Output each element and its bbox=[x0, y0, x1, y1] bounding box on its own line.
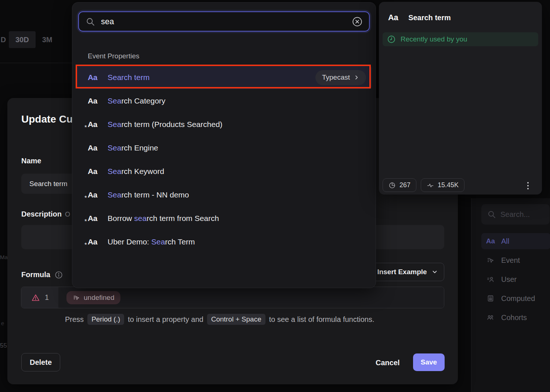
sidebar-filter-cohorts[interactable]: Cohorts bbox=[481, 309, 550, 326]
text-type-icon: Aa bbox=[486, 237, 495, 245]
property-filter-sidebar: AaAllEventUserComputedCohorts bbox=[471, 198, 550, 392]
property-result-label: Borrow search term from Search bbox=[108, 214, 219, 223]
property-result-row[interactable]: Aa*Search term - NN demo bbox=[77, 183, 372, 207]
formula-label: Formula bbox=[21, 271, 63, 279]
more-options-button[interactable] bbox=[524, 181, 532, 190]
insert-example-button[interactable]: Insert Example bbox=[371, 263, 444, 281]
property-search-input[interactable] bbox=[101, 17, 346, 26]
text-type-icon: Aa bbox=[88, 144, 99, 152]
sidebar-filter-all[interactable]: AaAll bbox=[481, 233, 550, 249]
property-result-row[interactable]: AaSearch termTypecast bbox=[77, 66, 372, 89]
custom-text-type-icon: Aa* bbox=[88, 214, 99, 223]
sidebar-filter-user[interactable]: User bbox=[481, 271, 550, 287]
description-label: DescriptionO bbox=[21, 210, 70, 218]
sidebar-filter-label: All bbox=[501, 237, 509, 246]
modal-title: Update Cu bbox=[21, 113, 73, 125]
property-result-label: Uber Demo: Search Term bbox=[108, 237, 195, 246]
time-tab[interactable]: D bbox=[0, 31, 9, 48]
event-property-icon bbox=[73, 294, 80, 301]
activity-icon bbox=[427, 182, 434, 189]
custom-text-type-icon: Aa* bbox=[88, 190, 99, 199]
stat-value: 15.45K bbox=[438, 181, 459, 189]
cohorts-icon bbox=[486, 313, 495, 322]
property-result-label: Search Engine bbox=[108, 144, 158, 152]
formula-input-area[interactable]: undefined bbox=[58, 287, 444, 308]
error-line-number: 1 bbox=[45, 293, 49, 302]
chart-text-fragment: 55 bbox=[0, 342, 7, 349]
optional-tag: O bbox=[65, 211, 70, 218]
custom-property-asterisk: * bbox=[84, 195, 87, 202]
time-range-tabs: D30D3M bbox=[0, 31, 59, 48]
formula-hint: Press Period (.) to insert a property an… bbox=[65, 314, 374, 325]
text-type-icon: Aa bbox=[388, 13, 398, 22]
property-result-row[interactable]: AaSearch Category bbox=[77, 89, 372, 113]
computed-icon bbox=[486, 294, 495, 302]
text-type-icon: Aa bbox=[88, 73, 99, 82]
sidebar-filter-label: Event bbox=[501, 256, 520, 265]
property-result-label: Search term - NN demo bbox=[108, 190, 189, 199]
activity-stat-pill[interactable]: 15.45K bbox=[421, 178, 464, 192]
kbd-control-space: Control + Space bbox=[207, 314, 265, 325]
custom-text-type-icon: Aa* bbox=[88, 237, 99, 246]
property-result-row[interactable]: AaSearch Keyword bbox=[77, 160, 372, 183]
formula-editor[interactable]: 1 undefined bbox=[21, 287, 444, 308]
property-result-label: Search Category bbox=[108, 97, 166, 105]
info-icon[interactable] bbox=[55, 271, 63, 279]
delete-button[interactable]: Delete bbox=[21, 353, 60, 371]
chevron-down-icon bbox=[431, 269, 438, 275]
sidebar-filter-label: Cohorts bbox=[501, 313, 527, 322]
user-icon bbox=[486, 275, 495, 283]
pie-chart-icon bbox=[388, 182, 396, 189]
sidebar-filter-computed[interactable]: Computed bbox=[481, 290, 550, 306]
warning-icon bbox=[32, 294, 40, 302]
property-result-row[interactable]: Aa*Borrow search term from Search bbox=[77, 207, 372, 230]
property-search-dropdown: Event Properties AaSearch termTypecastAa… bbox=[72, 2, 376, 288]
property-results-list: AaSearch termTypecastAaSearch CategoryAa… bbox=[77, 66, 372, 254]
undefined-property-chip[interactable]: undefined bbox=[66, 291, 120, 304]
name-label: Name bbox=[21, 157, 41, 165]
search-icon bbox=[86, 17, 95, 26]
details-header: Aa Search term bbox=[388, 13, 451, 22]
custom-property-asterisk: * bbox=[84, 124, 87, 131]
text-type-icon: Aa bbox=[88, 167, 99, 176]
sidebar-filter-label: User bbox=[501, 275, 517, 284]
property-result-row[interactable]: AaSearch Engine bbox=[77, 136, 372, 160]
recently-used-badge: Recently used by you bbox=[383, 32, 538, 46]
search-icon bbox=[487, 210, 496, 219]
property-details-panel: Aa Search term Recently used by you 2671… bbox=[379, 2, 542, 195]
custom-property-asterisk: * bbox=[84, 218, 87, 225]
clock-icon bbox=[387, 35, 396, 44]
property-search-box[interactable] bbox=[78, 11, 370, 32]
sidebar-filter-list: AaAllEventUserComputedCohorts bbox=[481, 233, 550, 329]
sidebar-search-input[interactable] bbox=[500, 210, 544, 219]
sidebar-filter-label: Computed bbox=[501, 294, 535, 303]
details-stats: 26715.45K bbox=[383, 178, 464, 192]
property-result-row[interactable]: Aa*Uber Demo: Search Term bbox=[77, 230, 372, 254]
pie-chart-stat-pill[interactable]: 267 bbox=[383, 178, 416, 192]
stat-value: 267 bbox=[399, 181, 410, 189]
text-type-icon: Aa bbox=[88, 97, 99, 105]
kbd-period: Period (.) bbox=[87, 314, 124, 325]
section-label-event-properties: Event Properties bbox=[88, 52, 139, 60]
custom-text-type-icon: Aa* bbox=[88, 120, 99, 129]
event-icon bbox=[486, 256, 495, 264]
property-result-label: Search term bbox=[108, 73, 149, 82]
cancel-button[interactable]: Cancel bbox=[368, 355, 407, 371]
chart-text-fragment: e bbox=[1, 320, 4, 326]
time-tab[interactable]: 30D bbox=[9, 31, 36, 48]
sidebar-filter-event[interactable]: Event bbox=[481, 252, 550, 268]
property-result-label: Search Keyword bbox=[108, 167, 164, 176]
clear-search-button[interactable] bbox=[352, 17, 362, 27]
custom-property-asterisk: * bbox=[84, 242, 87, 249]
backdrop-divider bbox=[0, 63, 72, 63]
sidebar-search-box[interactable] bbox=[481, 204, 550, 225]
chevron-right-icon bbox=[354, 75, 359, 80]
formula-error-gutter: 1 bbox=[21, 287, 58, 308]
property-result-row[interactable]: Aa*Search term (Products Searched) bbox=[77, 113, 372, 136]
time-tab[interactable]: 3M bbox=[36, 31, 59, 48]
save-button[interactable]: Save bbox=[413, 353, 445, 371]
close-circle-icon bbox=[352, 17, 362, 27]
details-title: Search term bbox=[408, 14, 451, 22]
typecast-button[interactable]: Typecast bbox=[315, 70, 366, 85]
property-result-label: Search term (Products Searched) bbox=[108, 120, 222, 129]
